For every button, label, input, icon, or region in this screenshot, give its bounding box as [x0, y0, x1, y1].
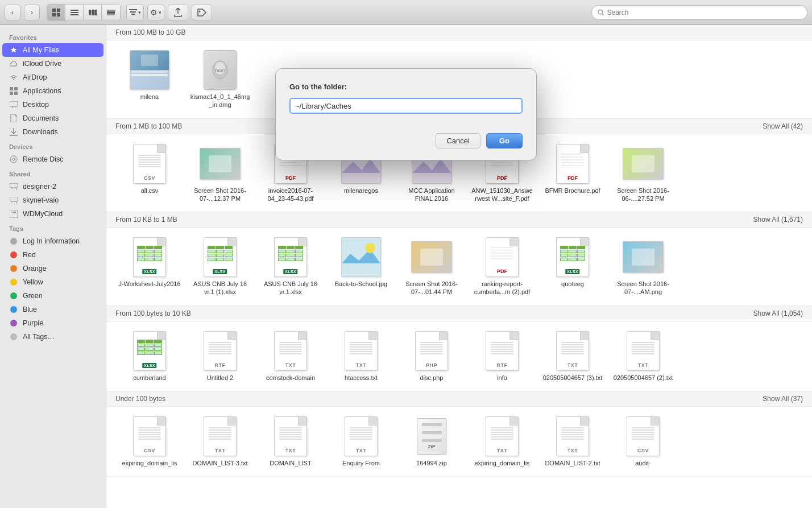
file-item[interactable]: TXTDOMAIN_LIST-2.txt — [538, 412, 607, 470]
sidebar-item-label-all-tags: All Tags… — [23, 333, 55, 341]
tag-icon — [9, 305, 18, 314]
file-item[interactable]: TXTEnquiry From — [327, 412, 395, 470]
sidebar-item-yellow[interactable]: Yellow — [0, 275, 106, 289]
file-item[interactable]: RTFinfo — [468, 327, 536, 385]
file-name: 020505004657 (2).txt — [614, 374, 673, 382]
file-item[interactable]: Screen Shot 2016-07-...01.44 PM — [397, 233, 466, 300]
sidebar-item-label-downloads: Downloads — [23, 128, 58, 136]
file-item[interactable]: TXTcomstock-domain — [256, 327, 325, 385]
file-item[interactable]: PHPdisc.php — [397, 327, 466, 385]
sidebar-section-shared: Shared — [0, 166, 106, 180]
sidebar-item-label-yellow: Yellow — [23, 278, 43, 286]
file-item[interactable]: XLSX cumberland — [115, 327, 184, 385]
file-icon: CSV — [129, 143, 170, 184]
file-item[interactable]: XLSX ASUS CNB July 16 vr.1.xlsx — [256, 233, 325, 300]
svg-rect-23 — [10, 101, 18, 106]
icon-view-button[interactable] — [47, 5, 65, 20]
sidebar-item-log-in-information[interactable]: Log In information — [0, 234, 106, 248]
search-input[interactable] — [607, 9, 801, 16]
share-button[interactable] — [168, 5, 188, 20]
show-all-link[interactable]: Show All (1,671) — [753, 216, 803, 224]
sidebar-item-desktop[interactable]: Desktop — [0, 98, 106, 111]
file-item[interactable]: XLSX J-Worksheet-July2016 — [115, 233, 184, 291]
file-item[interactable]: ZIP164994.zip — [397, 412, 466, 470]
file-item[interactable]: TXTexpiring_domain_lis — [468, 412, 536, 470]
file-item[interactable]: Screen Shot 2016-07-...12.37 PM — [186, 140, 254, 206]
sidebar-item-airdrop[interactable]: AirDrop — [0, 71, 106, 84]
sidebar-item-blue[interactable]: Blue — [0, 303, 106, 316]
file-item[interactable]: TXT020505004657 (2).txt — [609, 327, 677, 385]
sidebar-item-all-my-files[interactable]: All My Files — [2, 43, 103, 57]
sidebar-item-applications[interactable]: Applications — [0, 84, 106, 98]
file-icon: RTF — [482, 331, 523, 371]
file-item[interactable]: TXThtaccess.txt — [327, 327, 395, 385]
sidebar-item-purple[interactable]: Purple — [0, 316, 106, 330]
file-item[interactable]: CSVaudit- — [609, 412, 677, 470]
list-view-button[interactable] — [65, 5, 84, 20]
file-item[interactable]: TXT020505004657 (3).txt — [538, 327, 607, 385]
file-item[interactable]: milena — [115, 46, 184, 104]
file-item[interactable]: XLSX quoteeg — [538, 233, 607, 291]
sidebar-item-remote-disc[interactable]: Remote Disc — [0, 152, 106, 166]
svg-rect-20 — [14, 87, 18, 90]
sidebar-item-all-tags[interactable]: All Tags… — [0, 330, 106, 344]
file-name: DOMAIN_LIST-3.txt — [192, 459, 247, 467]
sidebar-item-skynet-vaio[interactable]: skynet-vaio — [0, 193, 106, 207]
star-icon — [9, 46, 18, 55]
disc-icon — [9, 155, 18, 164]
file-item[interactable]: PDFranking-report-cumberla...m (2).pdf — [468, 233, 536, 300]
file-name: info — [497, 374, 507, 382]
sidebar-item-label-icloud-drive: iCloud Drive — [23, 60, 61, 68]
section-header-100mb-10gb: From 100 MB to 10 GB — [106, 25, 812, 40]
svg-rect-10 — [107, 11, 115, 14]
gear-options-button[interactable]: ⚙ ▾ — [147, 5, 164, 20]
file-item[interactable]: Screen Shot 2016-07-....AM.png — [609, 233, 677, 300]
file-item[interactable]: TXTDOMAIN_LIST-3.txt — [186, 412, 254, 470]
sidebar-item-orange[interactable]: Orange — [0, 262, 106, 275]
sidebar-item-icloud-drive[interactable]: iCloud Drive — [0, 57, 106, 71]
sidebar-item-red[interactable]: Red — [0, 248, 106, 262]
file-item[interactable]: TXTDOMAIN_LIST — [256, 412, 325, 470]
sidebar-item-green[interactable]: Green — [0, 289, 106, 303]
svg-rect-9 — [94, 10, 97, 15]
file-item[interactable]: CSVall.csv — [115, 140, 184, 198]
file-name: ASUS CNB July 16 vr.1 (1).xlsx — [189, 280, 251, 296]
desktop-icon — [9, 100, 18, 109]
svg-rect-8 — [92, 10, 94, 15]
go-button[interactable]: Go — [486, 133, 523, 148]
back-button[interactable]: ‹ — [5, 5, 20, 20]
show-all-link[interactable]: Show All (1,054) — [753, 309, 803, 317]
section-title: From 100 bytes to 10 KB — [115, 309, 191, 317]
svg-rect-3 — [57, 13, 60, 16]
file-name: 164994.zip — [416, 459, 447, 467]
sidebar-item-documents[interactable]: Documents — [0, 111, 106, 125]
show-all-link[interactable]: Show All (37) — [763, 395, 803, 403]
show-all-link[interactable]: Show All (42) — [763, 122, 803, 130]
sidebar-item-designer-2[interactable]: designer-2 — [0, 180, 106, 193]
sort-options-button[interactable]: ▾ — [126, 5, 144, 20]
sidebar-item-downloads[interactable]: Downloads — [0, 125, 106, 139]
file-item[interactable]: DMGkismac14_0_1_46mg_in.dmg — [186, 46, 254, 113]
search-bar[interactable] — [591, 5, 807, 20]
file-item[interactable]: PDFBFMR Brochure.pdf — [538, 140, 607, 198]
forward-button[interactable]: › — [24, 5, 40, 20]
svg-rect-13 — [129, 9, 137, 10]
svg-rect-4 — [71, 10, 78, 11]
file-icon: PDF — [482, 237, 523, 278]
file-name: expiring_domain_lis — [474, 459, 529, 467]
folder-path-input[interactable] — [289, 98, 523, 114]
file-item[interactable]: Back-to-School.jpg — [327, 233, 395, 291]
tag-button[interactable] — [192, 5, 212, 20]
file-item[interactable]: XLSX ASUS CNB July 16 vr.1 (1).xlsx — [186, 233, 254, 300]
sidebar-item-label-wdmycloud: WDMyCloud — [23, 210, 63, 218]
file-item[interactable]: CSVexpiring_domain_lis — [115, 412, 184, 470]
cancel-button[interactable]: Cancel — [436, 133, 480, 148]
sidebar-item-label-airdrop: AirDrop — [23, 73, 47, 81]
cover-view-button[interactable] — [102, 5, 120, 20]
sidebar-item-wdmycloud[interactable]: WDMyCloud — [0, 207, 106, 221]
section-files-100b-10kb: XLSX cumberlandRTFUntitled 2TXTcomstock-… — [106, 321, 812, 391]
file-icon: DMG — [200, 49, 241, 90]
file-item[interactable]: RTFUntitled 2 — [186, 327, 254, 385]
column-view-button[interactable] — [84, 5, 102, 20]
file-item[interactable]: Screen Shot 2016-06-....27.52 PM — [609, 140, 677, 206]
